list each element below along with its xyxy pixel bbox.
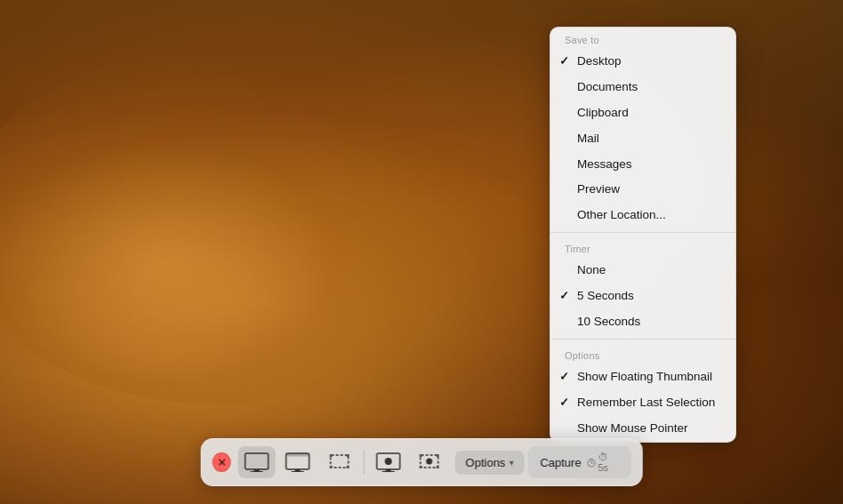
menu-item-other-location[interactable]: Other Location... — [550, 203, 735, 228]
screenshot-toolbar: Options ▾ Capture ⏱ 5s — [201, 438, 643, 486]
menu-item-preview[interactable]: Preview — [550, 177, 735, 203]
capture-label: Capture — [540, 456, 581, 469]
menu-item-remember-last-selection[interactable]: ✓ Remember Last Selection — [550, 390, 735, 416]
svg-rect-7 — [330, 455, 348, 468]
divider-1 — [550, 232, 735, 233]
options-label: Options — [465, 456, 505, 469]
svg-rect-6 — [292, 471, 304, 472]
svg-rect-8 — [329, 454, 332, 457]
svg-rect-9 — [346, 454, 349, 457]
timer-icon — [587, 457, 597, 468]
menu-item-documents[interactable]: Documents — [550, 75, 735, 100]
menu-item-10-seconds[interactable]: 10 Seconds — [550, 309, 735, 335]
check-5-seconds: ✓ — [559, 288, 569, 304]
capture-selection-button[interactable] — [320, 446, 357, 478]
options-button[interactable]: Options ▾ — [454, 451, 524, 475]
svg-rect-15 — [381, 471, 394, 472]
svg-rect-4 — [286, 453, 309, 457]
record-selection-button[interactable] — [410, 446, 447, 478]
options-dropdown: Save to ✓ Desktop Documents Clipboard Ma… — [550, 27, 736, 443]
svg-rect-21 — [436, 466, 438, 468]
options-section-label: Options — [550, 343, 735, 364]
capture-timer: ⏱ 5s — [587, 452, 619, 473]
check-floating-thumbnail: ✓ — [559, 369, 569, 385]
svg-rect-14 — [385, 469, 390, 471]
menu-item-clipboard[interactable]: Clipboard — [550, 100, 735, 126]
capture-window-button[interactable] — [279, 446, 317, 478]
svg-rect-20 — [419, 466, 422, 468]
menu-item-5-seconds[interactable]: ✓ 5 Seconds — [550, 284, 735, 309]
svg-rect-2 — [251, 471, 263, 472]
chevron-down-icon: ▾ — [509, 458, 513, 468]
capture-entire-screen-button[interactable] — [238, 446, 276, 478]
check-desktop: ✓ — [559, 53, 569, 69]
svg-rect-18 — [419, 454, 422, 457]
svg-rect-10 — [329, 466, 332, 468]
timer-section-label: Timer — [550, 236, 735, 258]
svg-rect-1 — [254, 469, 260, 471]
svg-point-17 — [426, 459, 432, 465]
menu-item-none[interactable]: None — [550, 258, 735, 284]
svg-rect-5 — [295, 469, 301, 471]
save-to-section-label: Save to — [550, 28, 735, 49]
close-button[interactable] — [213, 452, 231, 472]
toolbar-divider — [363, 450, 364, 475]
svg-point-13 — [384, 458, 391, 465]
svg-rect-0 — [245, 453, 269, 469]
menu-item-desktop[interactable]: ✓ Desktop — [550, 49, 735, 75]
menu-item-mail[interactable]: Mail — [550, 126, 735, 152]
svg-rect-19 — [436, 454, 438, 457]
svg-rect-25 — [590, 459, 593, 460]
menu-item-messages[interactable]: Messages — [550, 152, 735, 178]
divider-2 — [550, 339, 735, 340]
menu-item-show-floating-thumbnail[interactable]: ✓ Show Floating Thumbnail — [550, 364, 735, 390]
capture-button[interactable]: Capture ⏱ 5s — [527, 446, 630, 478]
svg-rect-11 — [346, 466, 349, 468]
record-screen-button[interactable] — [369, 446, 406, 478]
check-remember-selection: ✓ — [559, 395, 569, 411]
